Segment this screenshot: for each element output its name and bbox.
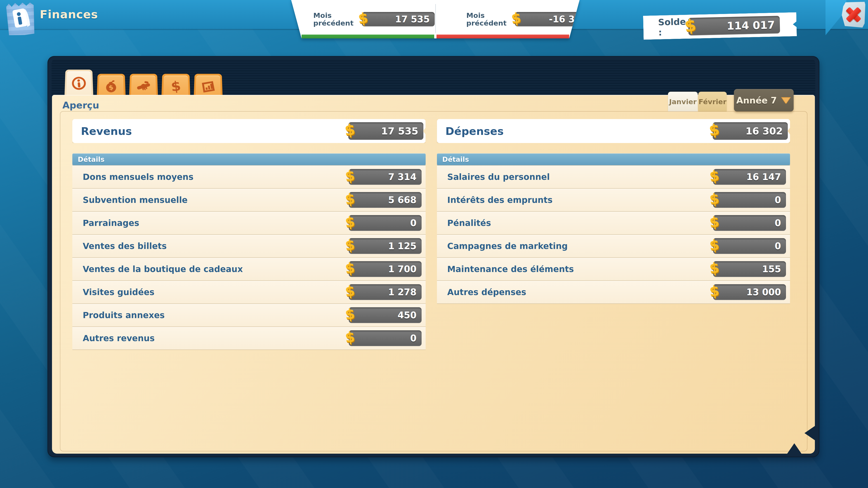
table-row: Autres dépenses $13 000 (437, 281, 790, 304)
dollar-icon: $ (168, 78, 184, 94)
balance-banner: Solde : $ 114 017 (643, 12, 797, 39)
table-row: Subvention mensuelle $5 668 (72, 189, 426, 212)
finances-ledger-icon (6, 1, 35, 36)
dollar-icon: $ (709, 167, 720, 185)
expense-indicator-bar (436, 35, 569, 38)
dollar-icon: $ (708, 121, 720, 139)
balance-value: 114 017 (727, 19, 775, 32)
year-dropdown[interactable]: Année 7 (734, 89, 794, 111)
expenses-total-value: 16 302 (745, 125, 783, 137)
svg-text:$: $ (170, 78, 182, 94)
month-button-fevrier[interactable]: Février (698, 92, 727, 111)
balance-pill: $ 114 017 (688, 16, 780, 35)
dollar-icon: $ (709, 259, 720, 277)
previous-month-banner: Mois précédent $ 17 535 Mois précédent $… (291, 0, 580, 38)
overview-panel: Aperçu Janvier Février Année 7 Revenus $ (52, 95, 815, 454)
page-title: Finances (40, 0, 98, 29)
expenses-total-pill: $ 16 302 (713, 122, 788, 140)
table-row: Pénalités $0 (437, 212, 790, 235)
expenses-title: Dépenses (445, 125, 504, 137)
handshake-icon (135, 78, 152, 94)
dollar-icon: $ (709, 213, 720, 231)
table-row: Visites guidées $1 278 (72, 281, 426, 304)
revenues-total-pill: $ 17 535 (348, 122, 423, 140)
table-row: Parrainages $0 (72, 212, 426, 235)
revenues-details-header: Détails (72, 153, 426, 165)
expenses-details-header: Détails (437, 153, 790, 165)
close-area (819, 0, 866, 38)
month-button-janvier[interactable]: Janvier (668, 92, 698, 111)
table-row: Maintenance des éléments $155 (437, 258, 790, 281)
year-dropdown-label: Année 7 (736, 95, 777, 105)
dollar-icon: $ (344, 328, 356, 346)
revenues-rows: Dons mensuels moyens $7 314 Subvention m… (72, 166, 426, 350)
dollar-icon: $ (358, 9, 369, 27)
table-row: Intérêts des emprunts $0 (437, 189, 790, 212)
revenues-column: Revenus $ 17 535 Détails Dons mensuels m… (72, 119, 426, 350)
expenses-header-card: Dépenses $ 16 302 (437, 119, 790, 143)
dollar-icon: $ (510, 9, 522, 27)
dollar-icon: $ (344, 213, 356, 231)
table-row: Dons mensuels moyens $7 314 (72, 166, 426, 189)
prev-month-income-label: Mois précédent (313, 11, 362, 27)
dollar-icon: $ (344, 121, 356, 139)
finances-window: $ (48, 56, 819, 457)
dollar-icon: $ (344, 259, 356, 277)
prev-month-expense-label: Mois précédent (466, 11, 515, 27)
info-icon (70, 75, 88, 91)
dollar-icon: $ (344, 190, 356, 207)
bar-chart-icon (200, 78, 217, 94)
dollar-icon: $ (344, 283, 356, 300)
dollar-icon: $ (344, 305, 356, 323)
table-row: Ventes de la boutique de cadeaux $1 700 (72, 258, 426, 281)
expenses-rows: Salaires du personnel $16 147 Intérêts d… (437, 166, 790, 304)
table-row: Produits annexes $450 (72, 304, 426, 327)
money-bag-icon: $ (103, 78, 119, 94)
panel-title: Aperçu (62, 100, 99, 111)
chevron-down-icon (780, 96, 792, 104)
expenses-column: Dépenses $ 16 302 Détails Salaires du pe… (437, 119, 790, 304)
dollar-icon: $ (709, 283, 720, 300)
prev-month-income-stat: Mois précédent $ 17 535 (291, 0, 449, 38)
table-row: Autres revenus $0 (72, 327, 426, 350)
table-row: Salaires du personnel $16 147 (437, 166, 790, 189)
dollar-icon: $ (344, 167, 356, 185)
revenues-total-value: 17 535 (381, 125, 418, 137)
dollar-icon: $ (709, 190, 720, 207)
revenues-header-card: Revenus $ 17 535 (72, 119, 426, 143)
dollar-icon: $ (684, 15, 698, 36)
close-button[interactable] (842, 2, 865, 28)
revenues-title: Revenus (81, 125, 132, 137)
table-row: Ventes des billets $1 125 (72, 235, 426, 258)
finances-screen: Finances Mois précédent $ 17 535 Mois pr… (0, 0, 868, 488)
prev-month-income-pill: $ 17 535 (362, 12, 435, 26)
dollar-icon: $ (709, 236, 720, 254)
prev-month-income-value: 17 535 (395, 14, 430, 24)
banner-divider (435, 4, 436, 33)
dollar-icon: $ (344, 236, 356, 254)
table-row: Campagnes de marketing $0 (437, 235, 790, 258)
income-indicator-bar (302, 35, 434, 38)
